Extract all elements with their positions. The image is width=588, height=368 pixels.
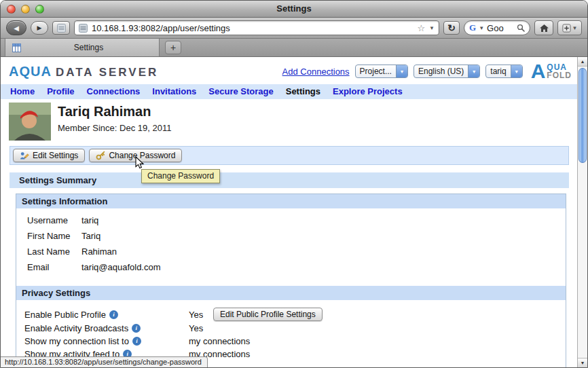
field-row: Last Name Rahiman [27,246,566,257]
profile-photo [9,103,51,141]
field-label: Username [27,215,81,225]
traffic-lights [7,5,44,14]
page-favicon-icon [79,24,88,33]
aqua-data-server-logo[interactable]: AQUADATA SERVER [9,64,158,79]
language-select-value: English (US) [414,67,468,76]
back-button[interactable]: ◀ [6,20,26,35]
field-value: Rahiman [81,246,117,257]
url-text[interactable]: 10.168.1.93:8082/app/user/settings [92,23,413,33]
back-arrow-icon: ◀ [14,24,19,32]
info-icon[interactable]: i [109,310,118,319]
edit-settings-button[interactable]: Edit Settings [13,149,85,162]
header-controls: Add Connections Project... ▼ English (US… [282,62,574,80]
browser-window: Settings ◀ ▶ 10.168.1.93:8082/app/user/s… [0,0,588,368]
zoom-button[interactable] [35,5,44,14]
forward-button[interactable]: ▶ [31,21,48,35]
field-row: Username tariq [27,215,566,225]
home-icon [539,24,549,33]
close-button[interactable] [7,5,16,14]
window-title: Settings [1,1,587,17]
reload-icon: ↻ [447,22,456,33]
edit-settings-icon [20,151,29,160]
field-label: First Name [27,231,81,241]
browser-toolbar: ◀ ▶ 10.168.1.93:8082/app/user/settings ☆… [1,18,587,39]
app-header: AQUADATA SERVER Add Connections Project.… [1,57,577,84]
nav-item-connections[interactable]: Connections [87,86,141,96]
info-icon[interactable]: i [132,337,141,346]
project-select-value: Project... [356,67,396,76]
user-select[interactable]: tariq ▼ [485,65,522,78]
scrollbar-thumb[interactable] [578,68,587,163]
change-password-tooltip: Change Password [141,169,220,183]
project-select[interactable]: Project... ▼ [355,65,408,78]
site-identity-button[interactable] [52,21,70,35]
privacy-value: my connections [189,336,250,346]
settings-summary-header: Settings Summary [10,172,569,188]
tab-settings[interactable]: Settings [5,39,160,56]
info-icon[interactable]: i [132,324,141,333]
nav-item-profile[interactable]: Profile [47,86,74,96]
actions-toolbar: Edit Settings Change Password [10,146,569,165]
home-button[interactable] [534,20,553,35]
reload-button[interactable]: ↻ [443,21,460,35]
search-bar[interactable]: G ▼ Goo [464,20,530,35]
scroll-up-icon[interactable]: ▲ [578,57,587,67]
settings-panel: Settings Information Username tariq Firs… [16,194,566,367]
tab-bar: Settings + [1,39,587,57]
scrollbar[interactable]: ▲ ▼ [577,57,587,367]
privacy-row: Enable Public Profilei Yes Edit Public P… [24,308,566,321]
language-select[interactable]: English (US) ▼ [414,65,480,78]
aquafold-letter: A [531,62,546,80]
url-dropdown-icon[interactable]: ▼ [429,25,435,31]
nav-item-explore-projects[interactable]: Explore Projects [333,86,403,96]
page-tools-button[interactable]: ▼ [557,20,582,35]
privacy-row: Enable Activity Broadcastsi Yes [24,322,566,334]
member-since-text: Member Since: Dec 19, 2011 [58,123,171,133]
privacy-label: Enable Activity Broadcasts [24,323,128,333]
field-row: First Name Tariq [27,231,566,241]
scroll-down-icon[interactable]: ▼ [578,358,587,367]
logo-secondary-text: DATA SERVER [56,66,158,79]
forward-arrow-icon: ▶ [37,24,42,31]
nav-item-home[interactable]: Home [10,86,35,96]
site-icon [57,24,66,33]
edit-settings-label: Edit Settings [33,151,78,160]
profile-section: Tariq Rahiman Member Since: Dec 19, 2011 [1,99,577,145]
bookmark-star-icon[interactable]: ☆ [417,24,425,33]
privacy-label: Show my connection list to [24,336,129,346]
search-engine-dropdown-icon[interactable]: ▼ [479,25,484,31]
titlebar[interactable]: Settings [1,1,587,18]
url-bar[interactable]: 10.168.1.93:8082/app/user/settings ☆ ▼ [74,20,439,35]
nav-item-invitations[interactable]: Invitations [152,86,196,96]
aquafold-logo: A QUA FOLD [531,62,572,80]
nav-item-settings[interactable]: Settings [286,86,320,96]
user-select-value: tariq [486,67,510,76]
settings-information-fields: Username tariq First Name Tariq Last Nam… [16,208,566,286]
minimize-button[interactable] [21,5,30,14]
search-input[interactable]: Goo [487,23,514,33]
nav-item-secure-storage[interactable]: Secure Storage [208,86,273,96]
new-tab-button[interactable]: + [165,41,181,54]
privacy-label: Enable Public Profile [24,310,106,320]
add-box-icon [562,24,571,33]
privacy-value: Yes [189,323,206,333]
tab-favicon-icon [12,43,21,52]
field-value: Tariq [81,231,100,241]
page-tools-dropdown-icon: ▼ [572,25,578,31]
profile-name: Tariq Rahiman [58,104,171,119]
field-value: tariq@aquafold.com [81,262,161,272]
field-label: Email [27,262,81,272]
main-nav: Home Profile Connections Invitations Sec… [1,84,577,99]
mouse-cursor [135,156,145,169]
add-connections-link[interactable]: Add Connections [282,67,350,77]
profile-text: Tariq Rahiman Member Since: Dec 19, 2011 [58,103,171,133]
key-icon [96,151,105,160]
search-icon[interactable] [517,24,525,32]
status-bar: http://10.168.1.93:8082/app/user/setting… [1,356,208,367]
edit-public-profile-button[interactable]: Edit Public Profile Settings [213,308,323,321]
user-select-arrow-icon: ▼ [511,65,522,77]
tab-title: Settings [25,43,152,52]
page-content: AQUADATA SERVER Add Connections Project.… [1,57,577,367]
settings-information-header: Settings Information [16,194,566,208]
privacy-value: Yes [189,310,206,320]
